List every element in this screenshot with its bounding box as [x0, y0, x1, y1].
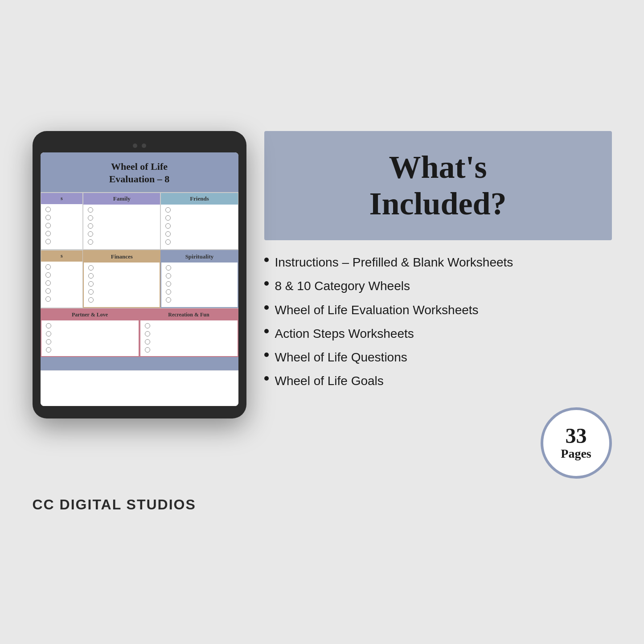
- radio-row: [166, 297, 233, 303]
- ws-cell-body-recreation: [140, 320, 238, 356]
- tablet-screen: Wheel of Life Evaluation – 8 s: [41, 152, 238, 406]
- radio: [45, 207, 51, 212]
- bullet-item-3: Wheel of Life Evaluation Worksheets: [264, 301, 612, 319]
- radio: [165, 231, 171, 237]
- pages-circle-row: 33 Pages: [264, 407, 612, 479]
- radio-row: [166, 273, 233, 279]
- ws-bottom-bar: [41, 357, 238, 370]
- radio-row: [46, 339, 134, 345]
- ws-cell-header-s1: s: [41, 193, 83, 204]
- ws-cell-partner: Partner & Love: [41, 308, 139, 357]
- ws-cell-header-partner: Partner & Love: [41, 309, 139, 320]
- radio: [166, 289, 171, 295]
- radio: [165, 207, 171, 213]
- bullet-text-1: Instructions – Prefilled & Blank Workshe…: [275, 254, 513, 271]
- radio-row: [46, 323, 134, 328]
- bullet-item-5: Wheel of Life Questions: [264, 349, 612, 366]
- ws-row-3: Partner & Love Recreation & Fun: [41, 308, 238, 357]
- radio-row: [165, 223, 233, 229]
- page-wrapper: Wheel of Life Evaluation – 8 s: [0, 0, 644, 644]
- ws-cell-recreation: Recreation & Fun: [139, 308, 238, 357]
- ws-cell-spirituality: Spirituality: [160, 250, 238, 308]
- bullet-dot-3: [264, 305, 269, 310]
- radio: [145, 339, 150, 345]
- ws-cell-body-spirituality: [161, 263, 237, 307]
- ws-cell-body-finances: [84, 263, 160, 307]
- radio-row: [45, 296, 78, 302]
- ws-cell-body-family: [83, 205, 160, 249]
- whats-included-title: What'sIncluded?: [287, 149, 590, 223]
- bullet-text-6: Wheel of Life Goals: [275, 372, 384, 390]
- radio: [45, 264, 51, 270]
- main-content: Wheel of Life Evaluation – 8 s: [33, 131, 612, 479]
- radio: [45, 239, 51, 244]
- radio: [45, 223, 51, 228]
- worksheet-title: Wheel of Life Evaluation – 8: [49, 160, 230, 186]
- radio: [165, 239, 171, 245]
- bullet-dot-6: [264, 376, 269, 381]
- bullet-text-5: Wheel of Life Questions: [275, 349, 407, 366]
- footer-brand: CC DIGITAL STUDIOS: [33, 496, 196, 513]
- radio-row: [88, 265, 155, 271]
- radio: [166, 265, 171, 271]
- footer: CC DIGITAL STUDIOS: [33, 496, 612, 513]
- radio-row: [88, 207, 156, 213]
- radio-row: [165, 231, 233, 237]
- radio-row: [166, 289, 233, 295]
- ws-cell-family: Family: [83, 193, 160, 250]
- radio: [145, 331, 150, 336]
- radio: [145, 323, 150, 328]
- radio-row: [45, 272, 78, 278]
- radio-row: [88, 215, 156, 221]
- bullet-list: Instructions – Prefilled & Blank Workshe…: [264, 254, 612, 390]
- radio: [45, 296, 51, 302]
- radio-row: [45, 280, 78, 286]
- bullet-text-4: Action Steps Worksheets: [275, 325, 414, 342]
- radio: [46, 323, 51, 328]
- radio-row: [45, 239, 78, 244]
- radio: [45, 280, 51, 286]
- radio: [165, 215, 171, 221]
- bullet-dot-1: [264, 258, 269, 262]
- radio: [46, 347, 51, 353]
- radio-row: [145, 347, 233, 353]
- radio: [166, 273, 171, 279]
- radio: [88, 297, 94, 303]
- worksheet-header: Wheel of Life Evaluation – 8: [41, 152, 238, 192]
- ws-cell-body-friends: [161, 205, 238, 249]
- radio-row: [45, 207, 78, 212]
- ws-cell-header-family: Family: [83, 193, 160, 205]
- radio: [88, 207, 93, 213]
- pages-circle: 33 Pages: [541, 407, 612, 479]
- ws-row-2: s Finances: [41, 250, 238, 308]
- tablet-dot-2: [142, 144, 146, 148]
- tablet-container: Wheel of Life Evaluation – 8 s: [33, 131, 246, 418]
- bullet-dot-5: [264, 353, 269, 357]
- radio: [88, 215, 93, 221]
- radio: [45, 272, 51, 278]
- radio: [88, 273, 94, 279]
- ws-cell-header-s2: s: [41, 250, 83, 262]
- bullet-item-6: Wheel of Life Goals: [264, 372, 612, 390]
- bullet-dot-4: [264, 329, 269, 333]
- radio: [45, 231, 51, 236]
- ws-cell-body-partner: [41, 320, 139, 356]
- radio: [88, 223, 93, 229]
- radio: [46, 339, 51, 345]
- radio: [45, 215, 51, 220]
- radio-row: [165, 239, 233, 245]
- radio-row: [46, 331, 134, 336]
- ws-row-1: s Family: [41, 192, 238, 250]
- tablet-dot-1: [133, 144, 137, 148]
- radio-row: [45, 231, 78, 236]
- radio-row: [145, 339, 233, 345]
- bullet-item-1: Instructions – Prefilled & Blank Workshe…: [264, 254, 612, 271]
- ws-cell-header-recreation: Recreation & Fun: [140, 309, 238, 320]
- radio-row: [88, 239, 156, 245]
- radio-row: [166, 265, 233, 271]
- radio: [166, 281, 171, 287]
- radio-row: [145, 323, 233, 328]
- radio-row: [88, 273, 155, 279]
- radio: [88, 265, 94, 271]
- worksheet: Wheel of Life Evaluation – 8 s: [41, 152, 238, 406]
